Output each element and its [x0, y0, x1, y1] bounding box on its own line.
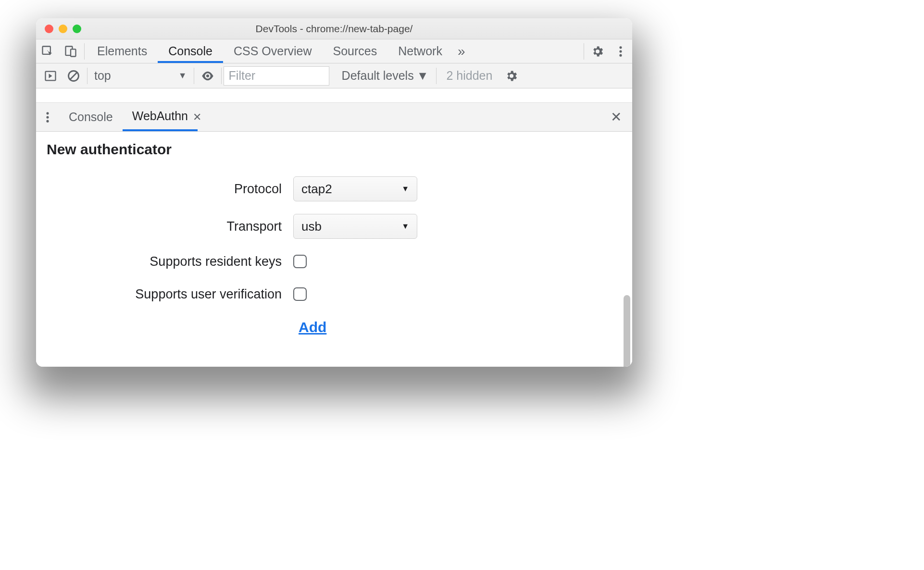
transport-select[interactable]: usb ▼ [293, 214, 417, 239]
kebab-menu-icon[interactable] [609, 40, 632, 63]
tab-label: Console [168, 44, 212, 58]
user-verification-label: Supports user verification [36, 287, 293, 302]
levels-label: Default levels [342, 69, 414, 83]
protocol-select[interactable]: ctap2 ▼ [293, 176, 417, 201]
svg-point-12 [46, 120, 49, 122]
titlebar: DevTools - chrome://new-tab-page/ [36, 18, 632, 39]
svg-point-3 [619, 46, 622, 49]
sidebar-toggle-icon[interactable] [39, 64, 62, 87]
svg-point-10 [46, 112, 49, 114]
transport-value: usb [301, 219, 322, 234]
divider [584, 43, 584, 60]
add-button[interactable]: Add [299, 319, 326, 335]
user-verification-checkbox[interactable] [293, 287, 307, 301]
authenticator-form: Protocol ctap2 ▼ Transport usb ▼ Support… [36, 170, 632, 335]
svg-point-9 [206, 74, 209, 77]
divider [87, 68, 87, 84]
protocol-value: ctap2 [301, 182, 332, 197]
webauthn-panel: New authenticator Protocol ctap2 ▼ Trans… [36, 132, 632, 367]
tab-css-overview[interactable]: CSS Overview [223, 39, 323, 63]
protocol-label: Protocol [36, 182, 293, 197]
drawer-tabstrip: Console WebAuthn ✕ ✕ [36, 103, 632, 132]
close-drawer-icon[interactable]: ✕ [600, 109, 632, 125]
clear-console-icon[interactable] [62, 64, 85, 87]
caret-down-icon: ▼ [417, 69, 429, 83]
svg-point-11 [46, 116, 49, 118]
inspect-element-icon[interactable] [36, 40, 59, 63]
tab-sources[interactable]: Sources [323, 39, 388, 63]
window-title: DevTools - chrome://new-tab-page/ [36, 23, 632, 35]
filter-placeholder: Filter [229, 69, 256, 83]
drawer-tab-webauthn[interactable]: WebAuthn [123, 103, 198, 131]
log-levels-selector[interactable]: Default levels ▼ [336, 69, 435, 83]
tab-label: Console [69, 110, 113, 124]
divider [84, 43, 85, 60]
tab-label: WebAuthn [132, 109, 188, 123]
divider [436, 68, 437, 84]
caret-down-icon: ▼ [178, 71, 187, 81]
scrollbar-thumb[interactable] [624, 295, 630, 367]
context-selector[interactable]: top ▼ [89, 66, 192, 86]
resident-keys-row: Supports resident keys [36, 245, 632, 278]
tab-network[interactable]: Network [387, 39, 453, 63]
devtools-window: DevTools - chrome://new-tab-page/ Elemen… [36, 18, 632, 367]
tab-label: Elements [97, 44, 147, 58]
device-toolbar-icon[interactable] [59, 40, 82, 63]
transport-row: Transport usb ▼ [36, 208, 632, 245]
svg-point-4 [619, 50, 622, 52]
maximize-window-button[interactable] [73, 25, 81, 33]
protocol-row: Protocol ctap2 ▼ [36, 170, 632, 208]
more-tabs-icon[interactable]: » [453, 44, 470, 59]
svg-line-8 [70, 72, 77, 79]
traffic-lights [45, 25, 81, 33]
transport-label: Transport [36, 219, 293, 234]
tab-label: Network [398, 44, 442, 58]
minimize-window-button[interactable] [59, 25, 67, 33]
panel-heading: New authenticator [47, 141, 632, 158]
resident-keys-checkbox[interactable] [293, 255, 307, 268]
tab-label: Sources [333, 44, 377, 58]
caret-down-icon: ▼ [401, 222, 409, 231]
resident-keys-label: Supports resident keys [36, 254, 293, 269]
console-settings-icon[interactable] [500, 64, 523, 87]
drawer-menu-icon[interactable] [36, 106, 59, 129]
hidden-count[interactable]: 2 hidden [438, 69, 500, 83]
tab-elements[interactable]: Elements [87, 39, 158, 63]
divider [194, 68, 194, 84]
close-window-button[interactable] [45, 25, 53, 33]
tab-console[interactable]: Console [158, 39, 223, 63]
filter-input[interactable]: Filter [224, 66, 329, 86]
console-toolbar: top ▼ Filter Default levels ▼ 2 hidden [36, 63, 632, 88]
caret-down-icon: ▼ [401, 185, 409, 193]
main-tabstrip: Elements Console CSS Overview Sources Ne… [36, 39, 632, 63]
console-output-area [36, 88, 632, 103]
tab-label: CSS Overview [234, 44, 312, 58]
close-tab-icon[interactable]: ✕ [193, 111, 207, 124]
context-value: top [94, 69, 111, 83]
add-row: Add [36, 319, 632, 335]
drawer-tab-console[interactable]: Console [59, 103, 123, 131]
svg-point-5 [619, 54, 622, 56]
divider [221, 68, 222, 84]
live-expression-icon[interactable] [196, 64, 219, 87]
user-verification-row: Supports user verification [36, 278, 632, 310]
svg-rect-2 [71, 49, 76, 56]
settings-icon[interactable] [586, 40, 609, 63]
